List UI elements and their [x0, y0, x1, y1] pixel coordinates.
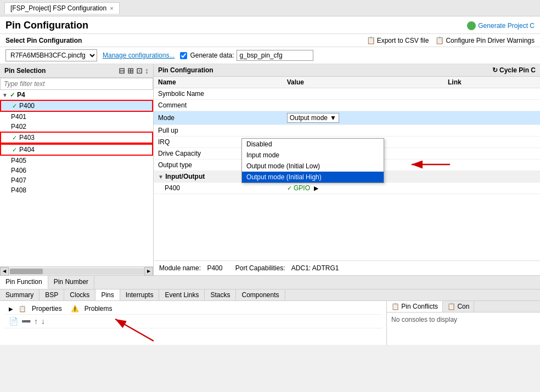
irq-link [443, 137, 540, 148]
tree-item-p403[interactable]: ✓ P403 [0, 132, 153, 144]
tab-pin-number[interactable]: Pin Number [48, 276, 94, 289]
p400-sub-name: P400 [154, 183, 283, 194]
main-header: Pin Configuration Generate Project C [0, 16, 540, 34]
tree-item-p404[interactable]: ✓ P404 [0, 144, 153, 156]
new-item-button[interactable]: 📄 [9, 317, 18, 326]
bottom-panel: ▶ 📋 Properties ⚠️ Problems 📄 ➖ ↑ ↓ 📋 Pin… [0, 301, 540, 345]
tree-item-p406[interactable]: P406 [0, 166, 153, 175]
bottom-right-panel: 📋 Pin Conflicts 📋 Con No consoles to dis… [386, 301, 540, 345]
properties-expand-icon[interactable]: ▶ [9, 306, 13, 312]
toolbar-row: Select Pin Configuration 📋 Export to CSV… [0, 34, 540, 47]
dropdown-arrow: ▼ [330, 114, 336, 122]
tab-pin-function[interactable]: Pin Function [0, 276, 48, 289]
generate-data-checkbox[interactable] [180, 52, 187, 59]
properties-label[interactable]: Properties [32, 305, 62, 313]
tab-clocks[interactable]: Clocks [64, 289, 95, 300]
tree-item-p407[interactable]: P407 [0, 175, 153, 185]
hscroll-right[interactable]: ▶ [144, 267, 153, 276]
mode-label: Mode [154, 111, 283, 125]
symbolic-name-label: Symbolic Name [154, 88, 283, 100]
mode-value[interactable]: Output mode ▼ [283, 111, 443, 125]
symbolic-name-link [443, 88, 540, 100]
tab-summary[interactable]: Summary [0, 289, 40, 300]
check-p403: ✓ [12, 134, 17, 141]
toolbar-buttons: 📋 Export to CSV file 📋 Configure Pin Dri… [367, 36, 535, 44]
tree-container: ▼ ✓ P4 ✓ P400 P401 P402 ✓ P403 [0, 90, 153, 266]
br-tab-con[interactable]: 📋 Con [443, 301, 474, 312]
br-tab-pin-conflicts[interactable]: 📋 Pin Conflicts [387, 301, 443, 312]
table-row-p400-sub: P400 ✓ GPIO ▶ [154, 183, 540, 194]
manage-configurations-link[interactable]: Manage configurations... [103, 52, 175, 59]
drive-link [443, 148, 540, 160]
export-csv-button[interactable]: 📋 Export to CSV file [367, 36, 429, 44]
sort-icon[interactable]: ↕ [145, 66, 149, 75]
tab-bsp[interactable]: BSP [40, 289, 64, 300]
tab-event-links[interactable]: Event Links [159, 289, 205, 300]
pincfg-select[interactable]: R7FA6M5BH3CFC.pincfg [5, 49, 97, 61]
tree-item-p401[interactable]: P401 [0, 112, 153, 122]
symbolic-name-value[interactable] [283, 88, 443, 100]
comment-link [443, 100, 540, 111]
move-up-button[interactable]: ↑ [34, 317, 38, 326]
section-expand-arrow[interactable]: ▼ [158, 174, 164, 180]
configure-icon: 📋 [435, 36, 444, 44]
module-name-value: P400 [207, 264, 222, 272]
configure-warnings-button[interactable]: 📋 Configure Pin Driver Warnings [435, 36, 535, 44]
tree-item-p408[interactable]: P408 [0, 185, 153, 195]
problems-label[interactable]: Problems [85, 305, 113, 313]
gpio-check-icon: ✓ [287, 185, 292, 191]
tab-stacks[interactable]: Stacks [205, 289, 236, 300]
generate-data-input[interactable] [237, 50, 313, 61]
hscroll-bar[interactable] [9, 268, 144, 275]
pullup-value[interactable] [283, 125, 443, 137]
tree-item-p405[interactable]: P405 [0, 156, 153, 166]
remove-item-button[interactable]: ➖ [21, 317, 31, 326]
config-table-header: Name Value Link [154, 77, 540, 88]
p400-sub-value[interactable]: ✓ GPIO ▶ [283, 183, 443, 194]
filter-input[interactable] [0, 78, 153, 90]
generate-project-button[interactable]: Generate Project C [467, 21, 535, 30]
col-value-header: Value [283, 77, 443, 88]
bottom-left-panel: ▶ 📋 Properties ⚠️ Problems 📄 ➖ ↑ ↓ [0, 301, 386, 345]
collapse-all-icon[interactable]: ⊟ [119, 66, 125, 75]
check-p4: ✓ [10, 92, 15, 99]
config-row: R7FA6M5BH3CFC.pincfg Manage configuratio… [0, 47, 540, 64]
close-tab-button[interactable]: × [110, 5, 113, 12]
properties-row: ▶ 📋 Properties ⚠️ Problems [4, 303, 382, 315]
table-row-comment: Comment [154, 100, 540, 111]
gpio-expand-btn[interactable]: ▶ [314, 185, 318, 191]
module-info: Module name: P400 Port Capabilities: ADC… [154, 260, 540, 275]
tree-item-p402[interactable]: P402 [0, 122, 153, 132]
dropdown-item-output-high[interactable]: Output mode (Initial High) [242, 172, 384, 183]
generate-icon [467, 21, 476, 30]
dropdown-item-disabled[interactable]: Disabled [242, 139, 384, 150]
tab-pins[interactable]: Pins [95, 289, 120, 300]
hscroll-left[interactable]: ◀ [0, 267, 9, 276]
page-title: Pin Configuration [5, 20, 88, 31]
title-bar: [FSP_Project] FSP Configuration × [0, 0, 540, 16]
check-p404: ✓ [12, 146, 17, 154]
expand-arrow: ▼ [2, 92, 8, 98]
properties-icon: 📋 [19, 305, 26, 313]
tab-label: [FSP_Project] FSP Configuration [10, 4, 106, 12]
check-p400: ✓ [12, 103, 17, 110]
mode-dropdown-popup[interactable]: Disabled Input mode Output mode (Initial… [241, 138, 384, 183]
minimize-icon[interactable]: ⊡ [136, 66, 143, 75]
bottom-toolbar: 📄 ➖ ↑ ↓ [4, 315, 382, 328]
tab-interrupts[interactable]: Interrupts [120, 289, 160, 300]
dropdown-item-input[interactable]: Input mode [242, 150, 384, 161]
tree-item-p400[interactable]: ✓ P400 [0, 100, 153, 112]
comment-value[interactable] [283, 100, 443, 111]
title-tab[interactable]: [FSP_Project] FSP Configuration × [4, 2, 120, 14]
mode-dropdown[interactable]: Output mode ▼ [287, 113, 339, 123]
generate-data-section: Generate data: [180, 50, 313, 61]
comment-label: Comment [154, 100, 283, 111]
cycle-pin-button[interactable]: ↻ Cycle Pin C [492, 66, 536, 74]
bottom-tabs-row: Summary BSP Clocks Pins Interrupts Event… [0, 289, 540, 301]
tree-item-p4[interactable]: ▼ ✓ P4 [0, 90, 153, 100]
export-icon: 📋 [367, 36, 375, 44]
expand-all-icon[interactable]: ⊞ [127, 66, 134, 75]
dropdown-item-output-low[interactable]: Output mode (Initial Low) [242, 161, 384, 172]
tab-components[interactable]: Components [236, 289, 285, 300]
move-down-button[interactable]: ↓ [41, 317, 45, 326]
